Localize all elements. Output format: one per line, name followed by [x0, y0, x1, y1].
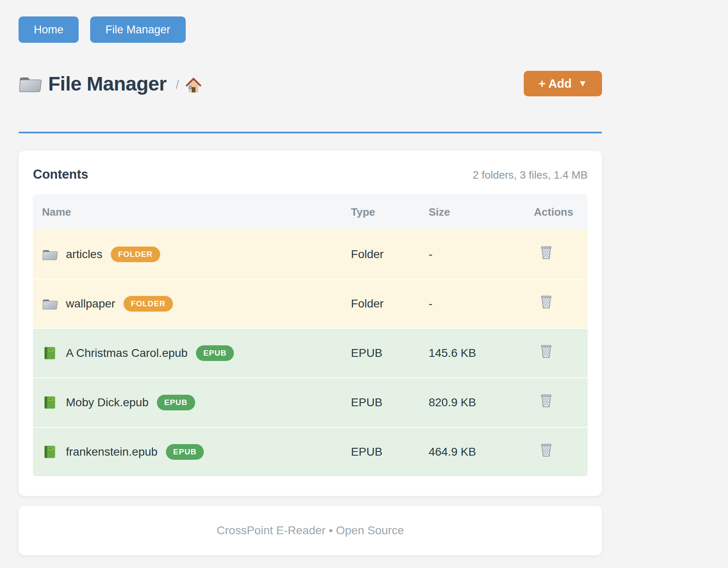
files-table-wrap: Name Type Size Actions articles FOLDER F… [33, 194, 588, 476]
page-container: Home File Manager File Manager / + Add ▼… [19, 0, 602, 555]
files-table-body: articles FOLDER Folder - wallpaper FOLDE… [33, 230, 588, 476]
item-size: 464.9 KB [421, 427, 527, 476]
item-size: - [421, 230, 527, 279]
table-row[interactable]: frankenstein.epub EPUB EPUB 464.9 KB [33, 427, 588, 476]
folder-icon [42, 297, 58, 311]
add-button[interactable]: + Add ▼ [524, 71, 602, 96]
contents-card-header: Contents 2 folders, 3 files, 1.4 MB [33, 167, 588, 182]
trash-icon [540, 442, 553, 457]
file-manager-button[interactable]: File Manager [90, 16, 186, 43]
table-row[interactable]: wallpaper FOLDER Folder - [33, 279, 588, 328]
delete-button[interactable] [534, 245, 553, 259]
item-name: frankenstein.epub [66, 444, 158, 460]
item-type: Folder [343, 279, 421, 328]
page-title: File Manager [48, 72, 166, 95]
contents-card: Contents 2 folders, 3 files, 1.4 MB Name… [19, 151, 602, 496]
type-badge: EPUB [157, 395, 195, 410]
book-icon [42, 396, 58, 410]
item-type: EPUB [343, 328, 421, 378]
delete-button[interactable] [534, 294, 553, 309]
item-name: wallpaper [66, 296, 115, 312]
folder-icon [19, 74, 42, 93]
book-icon [42, 346, 58, 360]
contents-summary: 2 folders, 3 files, 1.4 MB [473, 169, 588, 182]
page-header: File Manager / + Add ▼ [19, 70, 602, 97]
files-table: Name Type Size Actions articles FOLDER F… [33, 194, 588, 476]
table-row[interactable]: A Christmas Carol.epub EPUB EPUB 145.6 K… [33, 328, 588, 378]
column-header-type: Type [343, 194, 421, 230]
item-type: EPUB [343, 427, 421, 476]
column-header-actions: Actions [527, 194, 588, 230]
delete-button[interactable] [534, 393, 553, 407]
item-size: - [421, 279, 527, 328]
book-icon [42, 445, 58, 459]
type-badge: EPUB [196, 345, 234, 361]
type-badge: FOLDER [111, 247, 160, 262]
item-name: Moby Dick.epub [66, 394, 149, 411]
house-icon [185, 77, 202, 93]
trash-icon [540, 245, 553, 259]
contents-heading: Contents [33, 167, 88, 182]
table-row[interactable]: articles FOLDER Folder - [33, 230, 588, 279]
item-name: articles [66, 246, 103, 263]
footer-card: CrossPoint E-Reader • Open Source [19, 506, 602, 555]
delete-button[interactable] [534, 344, 553, 358]
item-type: EPUB [343, 378, 421, 427]
column-header-size: Size [421, 194, 527, 230]
trash-icon [540, 393, 553, 407]
trash-icon [540, 294, 553, 309]
breadcrumb-home-link[interactable] [185, 77, 202, 93]
title-divider [19, 132, 602, 133]
breadcrumb-separator: / [175, 78, 179, 92]
item-size: 145.6 KB [421, 328, 527, 378]
delete-button[interactable] [534, 442, 553, 457]
footer-text: CrossPoint E-Reader • Open Source [217, 524, 404, 537]
top-nav: Home File Manager [19, 16, 602, 43]
add-button-label: + Add [539, 77, 572, 90]
type-badge: EPUB [166, 444, 204, 460]
home-button[interactable]: Home [19, 16, 79, 43]
trash-icon [540, 344, 553, 358]
item-size: 820.9 KB [421, 378, 527, 427]
item-type: Folder [343, 230, 421, 279]
header-row: Name Type Size Actions [33, 194, 588, 230]
item-name: A Christmas Carol.epub [66, 345, 188, 361]
column-header-name: Name [33, 194, 343, 230]
type-badge: FOLDER [124, 296, 173, 312]
folder-icon [42, 247, 58, 261]
files-table-head: Name Type Size Actions [33, 194, 588, 230]
caret-down-icon: ▼ [578, 77, 587, 90]
table-row[interactable]: Moby Dick.epub EPUB EPUB 820.9 KB [33, 378, 588, 427]
